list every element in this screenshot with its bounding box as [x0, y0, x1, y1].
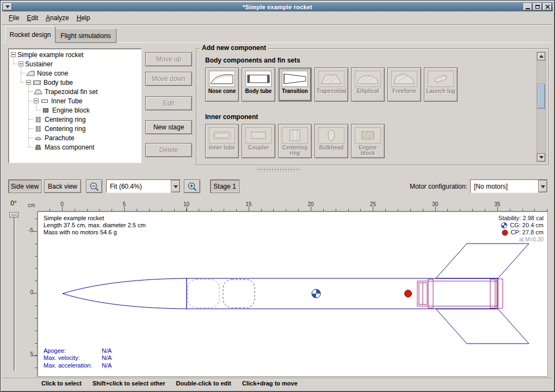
statusbar-hints: Click to select Shift+click to select ot…	[41, 380, 298, 387]
add-centering-ring-button: Centering ring	[278, 124, 312, 158]
cp-marker[interactable]	[405, 290, 412, 297]
tree-item-centering-ring-2[interactable]: Centering ring	[9, 124, 141, 133]
add-bulkhead-button: Bulkhead	[314, 124, 348, 158]
add-freeform-fin-button: Freeform	[387, 67, 421, 102]
menu-analyze[interactable]: Analyze	[42, 13, 73, 23]
cg-text: CG: 20.4 cm	[510, 222, 544, 229]
zoom-level-combo[interactable]: Fit (60.4%)	[106, 179, 181, 193]
collapse-toggle-icon[interactable]	[34, 98, 39, 103]
inner-tube-icon	[209, 127, 235, 144]
body-tube-shape[interactable]	[187, 278, 498, 309]
maximize-icon	[535, 5, 540, 9]
tree-item-centering-ring-1[interactable]: Centering ring	[9, 115, 141, 124]
menu-edit[interactable]: Edit	[23, 13, 42, 23]
tree-item-label: Body tube	[44, 79, 73, 86]
section-label-inner: Inner component	[205, 113, 258, 121]
add-launch-lug-button: Launch lug	[424, 67, 458, 102]
collapse-toggle-icon[interactable]	[11, 52, 16, 57]
tree-item-rocket[interactable]: Simple example rocket	[9, 50, 141, 59]
menu-file[interactable]: File	[5, 13, 23, 23]
add-body-tube-button[interactable]: Body tube	[242, 67, 275, 102]
minimize-button[interactable]	[523, 3, 532, 10]
menu-help[interactable]: Help	[73, 13, 95, 23]
menubar-separator	[2, 24, 553, 26]
tree-item-label: Engine block	[52, 107, 90, 114]
zoom-in-icon	[187, 182, 197, 191]
arrow-up-icon	[539, 53, 544, 58]
stability-info: Stability: 2.98 cal CG: 20.4 cm CP: 27.8…	[498, 215, 544, 243]
nose-cone-shape[interactable]	[63, 278, 187, 309]
motor-configuration-combo[interactable]: [No motors]	[470, 179, 548, 193]
fin-set-icon	[34, 89, 42, 95]
fin-lower-shape[interactable]	[436, 309, 529, 344]
new-stage-button[interactable]: New stage	[145, 120, 192, 134]
tree-item-sustainer[interactable]: Sustainer	[9, 59, 141, 69]
scrollbar-thumb[interactable]	[537, 84, 545, 109]
rocket-figure-canvas[interactable]: Simple example rocket Length 37.5 cm, ma…	[38, 211, 548, 377]
tree-item-label: Centering ring	[45, 125, 85, 133]
tree-item-label: Nose cone	[37, 70, 68, 77]
hint-shift-click: Shift+click to select other	[92, 380, 165, 387]
component-panel-scrollbar[interactable]	[536, 52, 546, 162]
close-button[interactable]	[543, 3, 552, 10]
minimize-icon	[526, 8, 530, 9]
side-view-button[interactable]: Side view	[8, 179, 41, 193]
rocket-name-text: Simple example rocket	[44, 215, 146, 222]
rotation-slider-thumb[interactable]	[9, 212, 18, 217]
stage-1-toggle[interactable]: Stage 1	[210, 179, 239, 193]
titlebar[interactable]: *Simple example rocket	[2, 2, 553, 11]
tree-item-trapezoidal-fin-set[interactable]: Trapezoidal fin set	[9, 87, 141, 96]
maximize-button[interactable]	[533, 3, 542, 10]
engine-block-icon	[355, 127, 381, 144]
nose-cone-icon	[209, 71, 235, 87]
add-nose-cone-button[interactable]: Nose cone	[205, 67, 239, 102]
body-tube-icon	[245, 71, 272, 87]
collapse-toggle-icon[interactable]	[18, 61, 23, 66]
rotation-slider-track[interactable]	[14, 214, 16, 371]
combo-arrow-button[interactable]	[538, 180, 547, 192]
tree-item-nose-cone[interactable]: Nose cone	[9, 69, 141, 78]
rocket-mass-text: Mass with no motors 54.6 g	[44, 229, 146, 236]
scroll-up-button[interactable]	[537, 52, 545, 60]
rocket-info-text: Simple example rocket Length 37.5 cm, ma…	[44, 215, 146, 236]
back-view-button[interactable]: Back view	[44, 179, 81, 193]
zoom-in-button[interactable]	[184, 179, 200, 193]
zoom-out-button[interactable]	[86, 179, 102, 193]
component-tree[interactable]: Simple example rocket Sustainer Nose con…	[8, 48, 141, 163]
cg-marker[interactable]	[312, 289, 320, 298]
combo-arrow-button[interactable]	[171, 180, 180, 192]
tree-item-parachute[interactable]: Parachute	[9, 133, 141, 142]
coupler-icon	[245, 127, 272, 144]
fin-upper-shape[interactable]	[436, 244, 529, 278]
horizontal-ruler: 0 5 10 15 20 25 30 35	[38, 201, 548, 211]
tree-item-label: Mass component	[45, 144, 94, 151]
tree-item-body-tube[interactable]: Body tube	[9, 78, 141, 87]
add-transition-button[interactable]: Transition	[278, 67, 312, 102]
move-up-button: Move up	[145, 52, 192, 66]
tree-item-engine-block[interactable]: Engine block	[9, 105, 141, 115]
cg-legend-icon	[501, 222, 508, 229]
move-down-button: Move down	[145, 72, 192, 86]
splitter-grip[interactable]	[256, 167, 300, 172]
nose-cone-icon	[26, 70, 35, 76]
add-inner-tube-button: Inner tube	[205, 124, 239, 158]
centering-ring-icon	[34, 116, 42, 122]
add-trapezoidal-fin-button: Trapezoidal	[314, 67, 348, 102]
group-title: Add new component	[200, 44, 268, 52]
collapse-toggle-icon[interactable]	[26, 80, 31, 85]
rotation-angle-label: 0°	[6, 200, 21, 207]
tab-rocket-design[interactable]: Rocket design	[5, 26, 55, 43]
tree-item-label: Centering ring	[45, 116, 85, 123]
inner-tube-icon	[40, 98, 49, 104]
motor-configuration-label: Motor configuration:	[379, 183, 467, 190]
rocket-dimensions-text: Length 37.5 cm, max. diameter 2.5 cm	[44, 222, 146, 229]
window-menu-icon[interactable]	[3, 3, 12, 10]
tree-item-inner-tube[interactable]: Inner Tube	[9, 96, 141, 105]
app-window: *Simple example rocket File Edit Analyze…	[0, 0, 555, 392]
scroll-down-button[interactable]	[537, 153, 545, 161]
tab-flight-simulations[interactable]: Flight simulations	[55, 28, 116, 43]
tree-item-mass-component[interactable]: Mass component	[9, 142, 141, 152]
engine-block-icon	[41, 107, 50, 113]
trapezoidal-fin-icon	[318, 71, 344, 87]
edit-button: Edit	[145, 96, 192, 110]
